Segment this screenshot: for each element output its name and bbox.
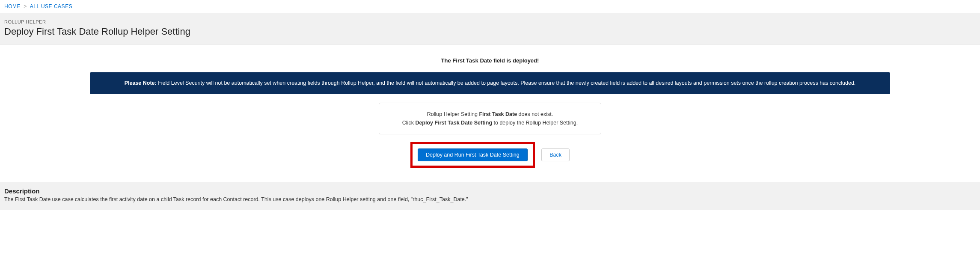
deploy-status-message: The First Task Date field is deployed! xyxy=(4,57,976,64)
page-header: ROLLUP HELPER Deploy First Task Date Rol… xyxy=(0,13,980,44)
deploy-button-highlight: Deploy and Run First Task Date Setting xyxy=(410,142,535,168)
breadcrumb-all-use-cases-link[interactable]: ALL USE CASES xyxy=(30,3,72,9)
page-title: Deploy First Task Date Rollup Helper Set… xyxy=(4,26,976,37)
description-body: The First Task Date use case calculates … xyxy=(4,196,976,202)
field-security-notice: Please Note: Field Level Security will n… xyxy=(90,72,890,94)
instruction-line-1: Rollup Helper Setting First Task Date do… xyxy=(388,110,592,119)
description-section: Description The First Task Date use case… xyxy=(0,182,980,210)
breadcrumb-home-link[interactable]: HOME xyxy=(4,3,21,9)
back-button[interactable]: Back xyxy=(541,148,570,161)
notice-body: Field Level Security will not be automat… xyxy=(157,80,856,86)
header-eyebrow: ROLLUP HELPER xyxy=(4,19,976,24)
instruction-line-2: Click Deploy First Task Date Setting to … xyxy=(388,119,592,127)
deploy-and-run-button[interactable]: Deploy and Run First Task Date Setting xyxy=(418,148,528,161)
breadcrumb: HOME > ALL USE CASES xyxy=(0,0,980,13)
instruction-box: Rollup Helper Setting First Task Date do… xyxy=(379,103,601,134)
notice-prefix: Please Note: xyxy=(125,80,157,86)
description-title: Description xyxy=(4,187,976,195)
main-content: The First Task Date field is deployed! P… xyxy=(0,44,980,172)
breadcrumb-separator: > xyxy=(24,3,27,9)
action-button-row: Deploy and Run First Task Date Setting B… xyxy=(4,142,976,168)
